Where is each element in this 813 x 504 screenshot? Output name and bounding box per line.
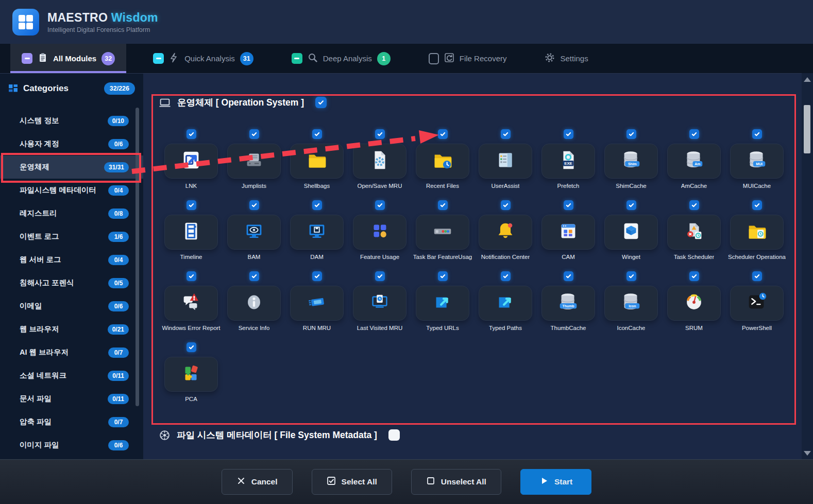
tab-settings[interactable]: Settings — [533, 44, 599, 73]
module-checkbox[interactable] — [375, 200, 385, 210]
sidebar-item-사용자-계정[interactable]: 사용자 계정0/6 — [0, 132, 143, 155]
module-tile[interactable]: Shim — [604, 144, 658, 179]
module-checkbox[interactable] — [249, 129, 259, 139]
module-tile[interactable] — [604, 215, 658, 250]
sidebar-item-웹-브라우저[interactable]: 웹 브라우저0/21 — [0, 318, 143, 341]
module-checkbox[interactable] — [626, 129, 636, 139]
module-tile[interactable] — [416, 215, 469, 250]
module-tile[interactable] — [290, 215, 344, 250]
module-tile[interactable] — [353, 144, 406, 179]
sidebar-item-웹-서버-로그[interactable]: 웹 서버 로그0/4 — [0, 248, 143, 271]
tab-file-recovery[interactable]: File Recovery — [417, 44, 518, 73]
module-tile[interactable] — [667, 215, 721, 250]
tab-deep-analysis[interactable]: Deep Analysis1 — [280, 44, 402, 73]
module-tile[interactable] — [164, 357, 218, 392]
module-tile[interactable] — [227, 286, 281, 321]
sidebar-item-압축-파일[interactable]: 압축 파일0/7 — [0, 410, 143, 433]
module-checkbox[interactable] — [438, 129, 448, 139]
section-checkbox[interactable] — [388, 429, 400, 441]
tab-state-checkbox[interactable] — [429, 53, 439, 64]
module-tile[interactable] — [479, 144, 532, 179]
module-checkbox[interactable] — [501, 129, 511, 139]
module-tile[interactable] — [730, 286, 784, 321]
module-checkbox[interactable] — [626, 200, 636, 210]
module-tile[interactable] — [164, 286, 218, 321]
module-checkbox[interactable] — [187, 271, 196, 281]
cancel-button[interactable]: Cancel — [222, 469, 293, 495]
module-tile[interactable]: MUI — [730, 144, 784, 179]
module-checkbox[interactable] — [187, 129, 196, 139]
tab-state-checkbox[interactable] — [22, 53, 32, 64]
module-checkbox[interactable] — [564, 129, 573, 139]
unselect-all-button[interactable]: Unselect All — [411, 469, 501, 495]
scroll-down-arrow[interactable] — [804, 451, 811, 456]
module-tile[interactable] — [730, 215, 784, 250]
module-tile[interactable] — [353, 215, 406, 250]
tab-quick-analysis[interactable]: Quick Analysis31 — [142, 44, 265, 73]
module-checkbox[interactable] — [564, 200, 573, 210]
module-tile[interactable] — [416, 286, 469, 321]
module-checkbox[interactable] — [752, 271, 762, 281]
sidebar-item-운영체제[interactable]: 운영체제31/31 — [0, 155, 143, 179]
module-checkbox[interactable] — [689, 271, 699, 281]
module-tile[interactable] — [667, 286, 721, 321]
module-tile[interactable] — [164, 144, 218, 179]
sidebar-item-문서-파일[interactable]: 문서 파일0/11 — [0, 387, 143, 410]
tab-all-modules[interactable]: All Modules32 — [10, 44, 126, 73]
module-checkbox[interactable] — [375, 129, 385, 139]
module-checkbox[interactable] — [752, 129, 762, 139]
module-tile[interactable]: Thumb — [541, 286, 595, 321]
module-checkbox[interactable] — [249, 200, 259, 210]
module-checkbox[interactable] — [501, 200, 511, 210]
tab-state-checkbox[interactable] — [292, 53, 302, 64]
module-tile[interactable] — [290, 144, 344, 179]
module-label: DAM — [310, 254, 324, 260]
module-tile[interactable] — [227, 144, 281, 179]
sidebar-item-이벤트-로그[interactable]: 이벤트 로그1/6 — [0, 225, 143, 248]
module-checkbox[interactable] — [438, 200, 448, 210]
module-tile[interactable]: Icon — [604, 286, 658, 321]
select-all-button[interactable]: Select All — [312, 469, 392, 495]
sidebar-item-소셜-네트워크[interactable]: 소셜 네트워크0/11 — [0, 364, 143, 387]
sidebar-item-시스템-정보[interactable]: 시스템 정보0/10 — [0, 109, 143, 132]
module-checkbox[interactable] — [752, 200, 762, 210]
check-icon — [188, 131, 195, 137]
sidebar-item-레지스트리[interactable]: 레지스트리0/8 — [0, 202, 143, 225]
sidebar-item-이메일[interactable]: 이메일0/6 — [0, 294, 143, 318]
module-tile[interactable]: EXE — [541, 144, 595, 179]
sidebar-item-침해사고-포렌식[interactable]: 침해사고 포렌식0/5 — [0, 271, 143, 294]
module-tile[interactable] — [416, 144, 469, 179]
module-checkbox[interactable] — [312, 271, 322, 281]
module-tile[interactable] — [164, 215, 218, 250]
module-tile[interactable] — [541, 215, 595, 250]
section-checkbox[interactable] — [315, 97, 327, 108]
sidebar-item-이미지-파일[interactable]: 이미지 파일0/6 — [0, 433, 143, 457]
module-checkbox[interactable] — [312, 200, 322, 210]
module-checkbox[interactable] — [375, 271, 385, 281]
module-tile[interactable] — [227, 215, 281, 250]
module-tile[interactable] — [290, 286, 344, 321]
module-checkbox[interactable] — [312, 129, 322, 139]
sidebar-scrollbar-thumb[interactable] — [136, 108, 139, 406]
tab-state-checkbox[interactable] — [153, 53, 164, 64]
module-checkbox[interactable] — [626, 271, 636, 281]
app-title-accent: Wisdom — [111, 11, 158, 24]
main-scrollbar-thumb[interactable] — [804, 105, 810, 153]
module-checkbox[interactable] — [438, 271, 448, 281]
module-tile[interactable] — [479, 286, 532, 321]
module-checkbox[interactable] — [187, 200, 196, 210]
sidebar-item-파일시스템-메타데이터[interactable]: 파일시스템 메타데이터0/4 — [0, 179, 143, 202]
module-checkbox[interactable] — [187, 342, 196, 352]
module-tile[interactable] — [353, 286, 406, 321]
start-button[interactable]: Start — [520, 469, 591, 495]
sidebar-item-ai-웹-브라우저[interactable]: AI 웹 브라우저0/7 — [0, 341, 143, 364]
module-checkbox[interactable] — [249, 271, 259, 281]
module-checkbox[interactable] — [564, 271, 573, 281]
module-checkbox[interactable] — [689, 200, 699, 210]
module-tile[interactable]: Am — [667, 144, 721, 179]
module-checkbox[interactable] — [501, 271, 511, 281]
module-checkbox[interactable] — [689, 129, 699, 139]
scroll-up-arrow[interactable] — [804, 77, 811, 82]
module-muicache: MUIMUICache — [731, 129, 783, 189]
module-tile[interactable] — [479, 215, 532, 250]
